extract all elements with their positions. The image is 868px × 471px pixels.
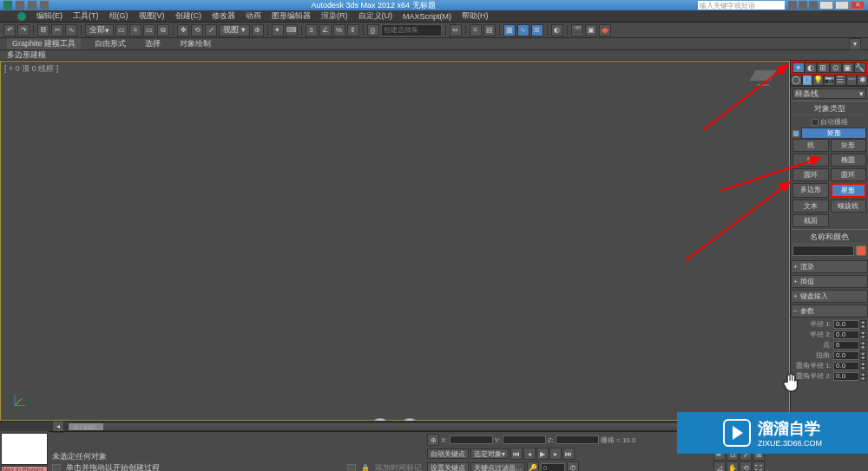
viewcube[interactable]: ▬▬ [746,70,780,96]
hierarchy-tab-icon[interactable]: ⊞ [817,62,829,73]
isolate-icon[interactable] [347,464,356,472]
viewport[interactable]: [ + 0 顶 0 线框 ] ▬▬ [0,61,790,421]
start-new-shape-checkbox[interactable]: ✓矩形 [792,128,866,139]
utilities-tab-icon[interactable]: 🔧 [854,62,866,73]
rendered-frame-icon[interactable]: ▣ [585,24,597,36]
spinner-down-icon[interactable]: ▾ [859,356,866,360]
bind-spacewarp-icon[interactable]: ∿ [65,24,77,36]
shape-button-0[interactable]: 线 [792,139,829,152]
edit-named-sel-icon[interactable]: {} [367,24,379,36]
spinner-snap-icon[interactable]: ⇕ [347,24,359,36]
spinner-down-icon[interactable]: ▾ [859,335,866,339]
orbit-icon[interactable]: ⟲ [740,461,752,471]
spinner-input[interactable] [833,362,859,370]
close-button[interactable]: ✕ [851,1,865,10]
ribbon-tab-freeform[interactable]: 自由形式 [89,38,131,49]
selection-filter-dropdown[interactable]: 全部 ▾ [85,24,114,36]
menu-views[interactable]: 视图(V) [134,10,170,22]
move-icon[interactable]: ✥ [177,24,189,36]
key-filters-button[interactable]: 关键点过滤器... [470,462,525,471]
coord-z-input[interactable] [556,435,599,444]
ribbon-tab-selection[interactable]: 选择 [140,38,166,49]
menu-group[interactable]: 组(G) [104,10,134,22]
spinner-down-icon[interactable]: ▾ [859,376,866,381]
infocenter-icon[interactable] [788,1,797,10]
coord-y-input[interactable] [503,435,546,444]
modify-tab-icon[interactable]: ◐ [805,62,817,73]
spinner-input[interactable] [833,320,859,329]
menu-help[interactable]: 帮助(H) [457,10,494,22]
unlink-icon[interactable]: ✂ [51,24,63,36]
menu-tools[interactable]: 工具(T) [68,10,104,22]
menu-animation[interactable]: 动画 [240,10,266,22]
systems-icon[interactable]: ✱ [857,75,868,86]
minimize-button[interactable]: — [819,1,833,10]
rollout-interpolation[interactable]: 插值 [791,275,868,288]
menu-edit[interactable]: 编辑(E) [31,10,68,22]
menu-modifiers[interactable]: 修改器 [207,10,240,22]
lights-icon[interactable]: 💡 [812,75,824,86]
coord-x-input[interactable] [450,435,493,444]
maxscript-listener[interactable] [1,433,48,465]
spinner-input[interactable] [833,351,859,360]
goto-start-icon[interactable]: ⏮ [510,448,523,460]
named-selection-input[interactable] [381,24,442,36]
align-icon[interactable]: ≡ [470,24,482,36]
rotate-icon[interactable]: ⟲ [191,24,203,36]
menu-rendering[interactable]: 渲染(R) [316,10,353,22]
curve-editor-icon[interactable]: ∿ [517,24,529,36]
addtime-label[interactable]: 添加时间标记 [375,462,422,471]
ref-coord-dropdown[interactable]: 视图 ▾ [219,24,250,36]
shape-button-2[interactable]: 弧 [792,154,829,167]
schematic-view-icon[interactable]: ⊞ [531,24,543,36]
manipulate-icon[interactable]: ✦ [272,24,284,36]
current-frame-input[interactable] [541,463,565,471]
shape-category-dropdown[interactable]: 样条线▾ [792,88,866,99]
set-key-button[interactable]: 设置关键点 [427,462,469,471]
time-config-icon[interactable]: ⏱ [567,461,579,471]
create-tab-icon[interactable]: ✦ [792,62,805,73]
select-object-icon[interactable]: ▭ [115,24,128,36]
maximize-button[interactable]: ▭ [835,1,849,10]
help-search-input[interactable]: 输入关键字或短语 [698,1,785,10]
helpers-icon[interactable]: ☰ [835,75,846,86]
next-frame-icon[interactable]: ▸ [549,448,562,460]
menu-maxscript[interactable]: MAXScript(M) [398,12,457,21]
shape-button-4[interactable]: 圆环 [792,168,829,181]
time-slider[interactable]: 0 / 100 [68,422,771,431]
redo-icon[interactable]: ↷ [17,24,30,36]
rollout-rendering[interactable]: 渲染 [791,260,868,273]
shape-button-9[interactable]: 螺旋线 [831,200,867,213]
scale-icon[interactable]: ⤢ [205,24,217,36]
ribbon-tab-paint[interactable]: 对象绘制 [174,38,216,49]
shape-button-8[interactable]: 文本 [792,200,829,213]
abs-rel-icon[interactable]: ⊕ [427,434,439,446]
link-icon[interactable]: ⛓ [37,24,49,36]
min-max-toggle-icon[interactable]: ⛶ [753,461,765,471]
spinner-down-icon[interactable]: ▾ [859,366,866,370]
angle-snap-icon[interactable]: ∠ [319,24,332,36]
shapes-icon[interactable]: ⬡ [802,75,813,86]
spinner-input[interactable] [833,341,859,350]
viewport-label[interactable]: [ + 0 顶 0 线框 ] [4,63,58,75]
percent-snap-icon[interactable]: % [333,24,345,36]
render-production-icon[interactable]: 🫖 [599,24,611,36]
pivot-icon[interactable]: ⊕ [252,24,264,36]
maxscript-mini-listener[interactable]: Max to Physics t [1,466,48,471]
shape-button-1[interactable]: 矩形 [831,139,867,152]
spinner-input[interactable] [833,372,859,381]
rollout-parameters[interactable]: 参数 [791,304,868,317]
ribbon-tab-graphite[interactable]: Graphite 建模工具 [7,38,81,49]
shape-button-10[interactable]: 截面 [792,214,829,227]
spinner-input[interactable] [833,330,859,339]
spinner-down-icon[interactable]: ▾ [859,345,866,350]
display-tab-icon[interactable]: ▣ [842,62,854,73]
goto-end-icon[interactable]: ⏭ [562,448,575,460]
graphite-ribbon-icon[interactable]: ▦ [503,24,516,36]
shape-button-5[interactable]: 圆环 [831,168,867,181]
select-region-icon[interactable]: ▭ [143,24,155,36]
shape-button-3[interactable]: 椭圆 [831,154,867,167]
spinner-down-icon[interactable]: ▾ [859,324,866,329]
pan-icon[interactable]: ✋ [727,461,739,471]
application-menu-icon[interactable] [17,12,26,21]
